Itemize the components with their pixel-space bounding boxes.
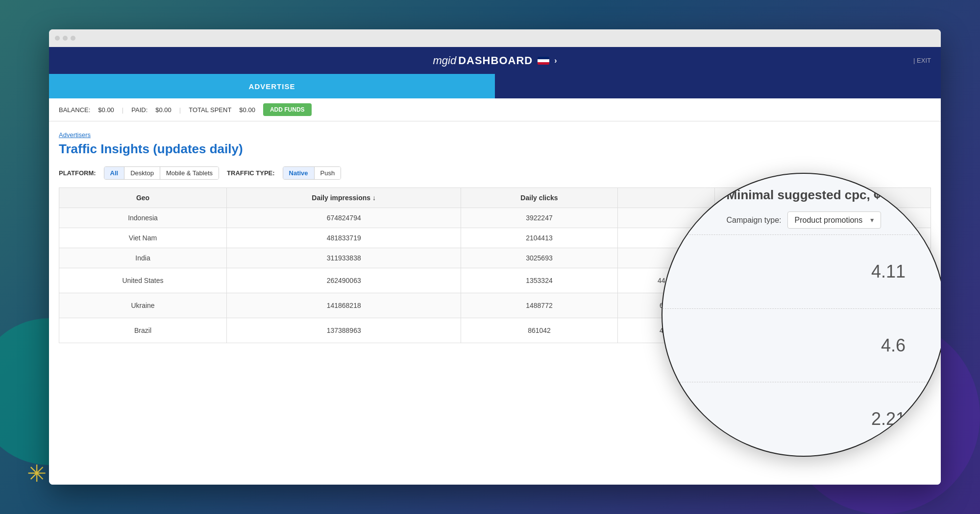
col-geo: Geo — [59, 188, 227, 208]
star-decoration: ✳ — [27, 460, 47, 487]
platform-desktop-btn[interactable]: Desktop — [124, 167, 160, 179]
cell-clicks: 861042 — [461, 318, 617, 343]
tab-advertise[interactable]: ADVERTISE — [49, 74, 495, 98]
zoom-value-3: 2.21 — [871, 409, 906, 429]
zoom-value-2: 4.6 — [881, 335, 906, 356]
cell-clicks: 1488772 — [461, 293, 617, 318]
col-daily-clicks: Daily clicks — [461, 188, 617, 208]
balance-value: $0.00 — [98, 106, 114, 114]
balance-bar: BALANCE: $0.00 | PAID: $0.00 | TOTAL SPE… — [49, 98, 941, 121]
traffic-filter-group: Native Push — [283, 166, 342, 180]
cell-geo: United States — [59, 268, 227, 293]
browser-dot-1 — [55, 36, 60, 41]
cell-geo: India — [59, 248, 227, 268]
cell-impressions: 137388963 — [227, 318, 461, 343]
separator-1: | — [122, 106, 123, 114]
cell-impressions: 311933838 — [227, 248, 461, 268]
tab-other[interactable] — [495, 74, 941, 98]
browser-window: mgid DASHBOARD › | EXIT ADVERTISE BALANC… — [49, 29, 941, 485]
header-right-links[interactable]: | EXIT — [913, 57, 931, 64]
campaign-type-select-wrapper: Product promotions Native Push — [787, 211, 881, 229]
campaign-type-row: Campaign type: Product promotions Native… — [677, 211, 930, 229]
breadcrumb[interactable]: Advertisers — [59, 131, 931, 139]
browser-dot-3 — [71, 36, 75, 41]
zoom-overlay: i Minimal suggested cpc, ¢ Campaign type… — [662, 173, 941, 457]
cell-geo: Brazil — [59, 318, 227, 343]
page-title: Traffic Insights (updates daily) — [59, 141, 931, 157]
zoom-data-row-2: 4.6 — [662, 308, 941, 382]
balance-label: BALANCE: — [59, 106, 90, 114]
app-logo: mgid DASHBOARD › — [433, 54, 557, 67]
total-spent-value: $0.00 — [239, 106, 255, 114]
traffic-filter-label: TRAFFIC TYPE: — [227, 169, 275, 177]
platform-all-btn[interactable]: All — [104, 167, 125, 179]
logo-arrow: › — [554, 56, 557, 65]
cell-geo: Ukraine — [59, 293, 227, 318]
cell-impressions: 141868218 — [227, 293, 461, 318]
main-content: Advertisers Traffic Insights (updates da… — [49, 121, 941, 485]
table-wrapper: Geo Daily impressions ↓ Daily clicks Ind… — [59, 187, 931, 343]
zoom-data-rows: 4.11 4.6 2.21 — [662, 234, 941, 456]
col-daily-impressions: Daily impressions ↓ — [227, 188, 461, 208]
flag-icon — [538, 57, 549, 65]
add-funds-button[interactable]: ADD FUNDS — [263, 103, 312, 116]
cell-geo: Viet Nam — [59, 228, 227, 248]
traffic-native-btn[interactable]: Native — [283, 167, 315, 179]
info-icon[interactable]: i — [916, 187, 930, 201]
cell-geo: Indonesia — [59, 208, 227, 228]
zoom-data-row-3: 2.21 — [662, 382, 941, 456]
paid-value: $0.00 — [155, 106, 172, 114]
platform-filter-group: All Desktop Mobile & Tablets — [104, 166, 219, 180]
cell-impressions: 674824794 — [227, 208, 461, 228]
cell-impressions: 262490063 — [227, 268, 461, 293]
logo-mgid: mgid — [433, 54, 456, 67]
browser-chrome — [49, 29, 941, 47]
platform-mobile-btn[interactable]: Mobile & Tablets — [160, 167, 219, 179]
paid-label: PAID: — [131, 106, 147, 114]
cell-clicks: 3922247 — [461, 208, 617, 228]
app-header: mgid DASHBOARD › | EXIT — [49, 47, 941, 74]
platform-filter-label: PLATFORM: — [59, 169, 96, 177]
traffic-push-btn[interactable]: Push — [315, 167, 341, 179]
cell-clicks: 3025693 — [461, 248, 617, 268]
zoom-title: Minimal suggested cpc, ¢ — [677, 187, 930, 203]
zoom-value-1: 4.11 — [871, 261, 906, 282]
cell-clicks: 2104413 — [461, 228, 617, 248]
nav-bar: ADVERTISE — [49, 74, 941, 98]
total-spent-label: TOTAL SPENT — [189, 106, 231, 114]
cell-clicks: 1353324 — [461, 268, 617, 293]
browser-dot-2 — [63, 36, 68, 41]
zoom-header: i Minimal suggested cpc, ¢ Campaign type… — [662, 174, 941, 234]
campaign-type-label: Campaign type: — [726, 216, 781, 225]
zoom-data-row-1: 4.11 — [662, 234, 941, 308]
campaign-type-select[interactable]: Product promotions Native Push — [787, 211, 881, 229]
logo-dashboard: DASHBOARD — [458, 54, 533, 67]
cell-impressions: 481833719 — [227, 228, 461, 248]
separator-2: | — [179, 106, 181, 114]
